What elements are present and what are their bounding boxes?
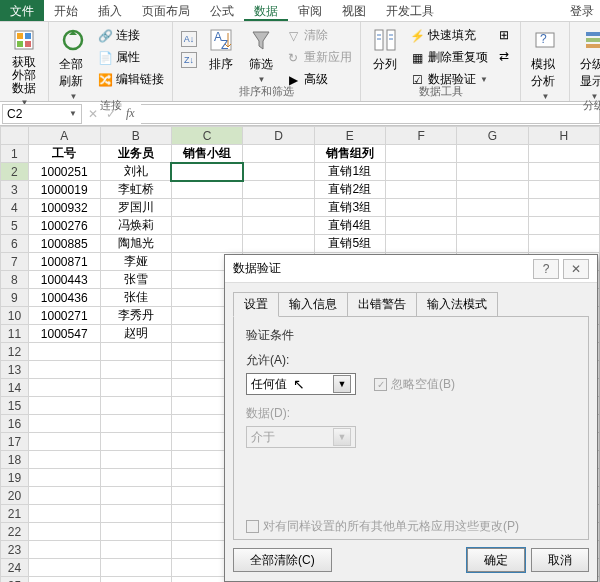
cell[interactable] bbox=[28, 343, 100, 361]
cell[interactable] bbox=[528, 199, 599, 217]
dialog-tab-ime-mode[interactable]: 输入法模式 bbox=[416, 292, 498, 317]
properties-button[interactable]: 📄属性 bbox=[95, 48, 166, 67]
whatif-analysis-button[interactable]: ? 模拟分析 ▼ bbox=[527, 24, 563, 103]
row-header[interactable]: 5 bbox=[1, 217, 29, 235]
cell[interactable]: 李秀丹 bbox=[100, 307, 171, 325]
column-header[interactable]: F bbox=[385, 127, 456, 145]
tab-insert[interactable]: 插入 bbox=[88, 0, 132, 21]
cancel-button[interactable]: 取消 bbox=[531, 548, 589, 572]
column-header[interactable]: A bbox=[28, 127, 100, 145]
cell[interactable] bbox=[28, 451, 100, 469]
cell[interactable]: 1000276 bbox=[28, 217, 100, 235]
relations-button[interactable]: ⇄ bbox=[494, 47, 514, 65]
flash-fill-button[interactable]: ⚡快速填充 bbox=[407, 26, 490, 45]
row-header[interactable]: 8 bbox=[1, 271, 29, 289]
cell[interactable]: 冯焕莉 bbox=[100, 217, 171, 235]
row-header[interactable]: 22 bbox=[1, 523, 29, 541]
cell[interactable] bbox=[100, 559, 171, 577]
edit-links-button[interactable]: 🔀编辑链接 bbox=[95, 70, 166, 89]
row-header[interactable]: 16 bbox=[1, 415, 29, 433]
column-header[interactable]: D bbox=[243, 127, 314, 145]
cell[interactable]: 1000547 bbox=[28, 325, 100, 343]
cell[interactable] bbox=[100, 415, 171, 433]
cell[interactable]: 销售组列 bbox=[314, 145, 385, 163]
sort-desc-button[interactable]: Z↓ bbox=[179, 51, 199, 69]
cell[interactable] bbox=[28, 469, 100, 487]
cell[interactable] bbox=[28, 505, 100, 523]
row-header[interactable]: 9 bbox=[1, 289, 29, 307]
row-header[interactable]: 6 bbox=[1, 235, 29, 253]
cell[interactable] bbox=[100, 523, 171, 541]
clear-all-button[interactable]: 全部清除(C) bbox=[233, 548, 332, 572]
cell[interactable]: 工号 bbox=[28, 145, 100, 163]
column-header[interactable]: E bbox=[314, 127, 385, 145]
cell[interactable] bbox=[385, 199, 456, 217]
tab-page-layout[interactable]: 页面布局 bbox=[132, 0, 200, 21]
cell[interactable] bbox=[100, 505, 171, 523]
cell[interactable] bbox=[100, 541, 171, 559]
column-header[interactable]: H bbox=[528, 127, 599, 145]
cell[interactable] bbox=[385, 181, 456, 199]
cell[interactable] bbox=[100, 397, 171, 415]
cell[interactable] bbox=[528, 145, 599, 163]
cell[interactable] bbox=[243, 181, 314, 199]
cell[interactable] bbox=[457, 235, 528, 253]
cell[interactable]: 1000443 bbox=[28, 271, 100, 289]
dialog-tab-error-alert[interactable]: 出错警告 bbox=[347, 292, 417, 317]
tab-developer[interactable]: 开发工具 bbox=[376, 0, 444, 21]
row-header[interactable]: 14 bbox=[1, 379, 29, 397]
cell[interactable] bbox=[243, 199, 314, 217]
row-header[interactable]: 1 bbox=[1, 145, 29, 163]
row-header[interactable]: 10 bbox=[1, 307, 29, 325]
cell[interactable]: 1000932 bbox=[28, 199, 100, 217]
row-header[interactable]: 23 bbox=[1, 541, 29, 559]
cell[interactable] bbox=[385, 163, 456, 181]
cell[interactable] bbox=[385, 217, 456, 235]
get-external-data-button[interactable]: 获取 外部数据 ▼ bbox=[6, 24, 42, 109]
cell[interactable] bbox=[100, 343, 171, 361]
tab-data[interactable]: 数据 bbox=[244, 0, 288, 21]
cell[interactable] bbox=[171, 199, 242, 217]
cell[interactable] bbox=[100, 577, 171, 583]
cell[interactable] bbox=[457, 181, 528, 199]
cell[interactable] bbox=[243, 217, 314, 235]
cell[interactable]: 直销2组 bbox=[314, 181, 385, 199]
row-header[interactable]: 17 bbox=[1, 433, 29, 451]
cell[interactable] bbox=[171, 163, 242, 181]
tab-review[interactable]: 审阅 bbox=[288, 0, 332, 21]
cell[interactable] bbox=[457, 145, 528, 163]
cell[interactable] bbox=[528, 235, 599, 253]
formula-input[interactable] bbox=[141, 104, 600, 124]
row-header[interactable]: 12 bbox=[1, 343, 29, 361]
cell[interactable] bbox=[385, 145, 456, 163]
cell[interactable] bbox=[243, 163, 314, 181]
cell[interactable] bbox=[28, 523, 100, 541]
cell[interactable] bbox=[171, 217, 242, 235]
tab-file[interactable]: 文件 bbox=[0, 0, 44, 21]
login-link[interactable]: 登录 bbox=[564, 0, 600, 21]
cell[interactable]: 1000871 bbox=[28, 253, 100, 271]
reapply-button[interactable]: ↻重新应用 bbox=[283, 48, 354, 67]
cell[interactable] bbox=[100, 451, 171, 469]
cell[interactable] bbox=[100, 361, 171, 379]
cell[interactable]: 张雪 bbox=[100, 271, 171, 289]
cell[interactable] bbox=[171, 181, 242, 199]
cell[interactable]: 李虹桥 bbox=[100, 181, 171, 199]
row-header[interactable]: 11 bbox=[1, 325, 29, 343]
cell[interactable] bbox=[28, 487, 100, 505]
cell[interactable]: 直销5组 bbox=[314, 235, 385, 253]
cell[interactable]: 1000271 bbox=[28, 307, 100, 325]
refresh-all-button[interactable]: 全部刷新 ▼ bbox=[55, 24, 91, 103]
cell[interactable] bbox=[28, 433, 100, 451]
row-header[interactable]: 3 bbox=[1, 181, 29, 199]
cell[interactable] bbox=[100, 379, 171, 397]
cell[interactable] bbox=[528, 217, 599, 235]
row-header[interactable]: 19 bbox=[1, 469, 29, 487]
cell[interactable]: 1000251 bbox=[28, 163, 100, 181]
cell[interactable] bbox=[28, 415, 100, 433]
row-header[interactable]: 20 bbox=[1, 487, 29, 505]
cell[interactable]: 李娅 bbox=[100, 253, 171, 271]
clear-filter-button[interactable]: ▽清除 bbox=[283, 26, 354, 45]
dialog-titlebar[interactable]: 数据验证 ? ✕ bbox=[225, 255, 597, 283]
cell[interactable] bbox=[28, 541, 100, 559]
